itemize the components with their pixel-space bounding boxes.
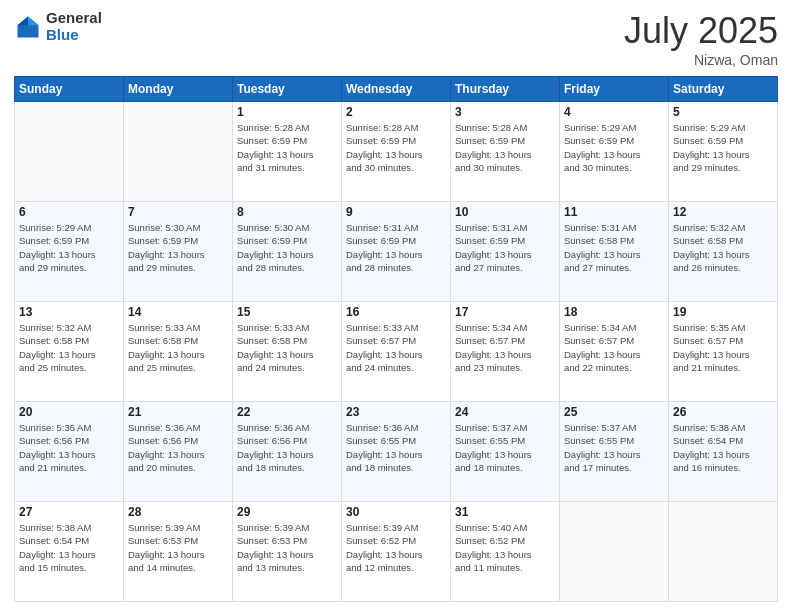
svg-marker-1 (28, 16, 39, 25)
calendar-cell: 13Sunrise: 5:32 AM Sunset: 6:58 PM Dayli… (15, 302, 124, 402)
day-number: 16 (346, 305, 446, 319)
calendar-cell: 10Sunrise: 5:31 AM Sunset: 6:59 PM Dayli… (451, 202, 560, 302)
day-number: 11 (564, 205, 664, 219)
calendar-cell: 6Sunrise: 5:29 AM Sunset: 6:59 PM Daylig… (15, 202, 124, 302)
day-info: Sunrise: 5:39 AM Sunset: 6:53 PM Dayligh… (237, 521, 337, 574)
calendar-cell: 27Sunrise: 5:38 AM Sunset: 6:54 PM Dayli… (15, 502, 124, 602)
calendar-cell: 12Sunrise: 5:32 AM Sunset: 6:58 PM Dayli… (669, 202, 778, 302)
calendar-cell: 29Sunrise: 5:39 AM Sunset: 6:53 PM Dayli… (233, 502, 342, 602)
day-info: Sunrise: 5:29 AM Sunset: 6:59 PM Dayligh… (19, 221, 119, 274)
calendar-cell: 14Sunrise: 5:33 AM Sunset: 6:58 PM Dayli… (124, 302, 233, 402)
calendar-cell (560, 502, 669, 602)
calendar-week-row: 20Sunrise: 5:35 AM Sunset: 6:56 PM Dayli… (15, 402, 778, 502)
calendar-cell: 17Sunrise: 5:34 AM Sunset: 6:57 PM Dayli… (451, 302, 560, 402)
logo-icon (14, 13, 42, 41)
weekday-header: Sunday (15, 77, 124, 102)
page: General Blue July 2025 Nizwa, Oman Sunda… (0, 0, 792, 612)
day-number: 12 (673, 205, 773, 219)
logo-blue: Blue (46, 27, 102, 44)
logo: General Blue (14, 10, 102, 43)
calendar-cell: 5Sunrise: 5:29 AM Sunset: 6:59 PM Daylig… (669, 102, 778, 202)
day-info: Sunrise: 5:32 AM Sunset: 6:58 PM Dayligh… (19, 321, 119, 374)
calendar-cell: 1Sunrise: 5:28 AM Sunset: 6:59 PM Daylig… (233, 102, 342, 202)
day-info: Sunrise: 5:40 AM Sunset: 6:52 PM Dayligh… (455, 521, 555, 574)
day-info: Sunrise: 5:34 AM Sunset: 6:57 PM Dayligh… (455, 321, 555, 374)
calendar-cell (669, 502, 778, 602)
calendar-cell: 4Sunrise: 5:29 AM Sunset: 6:59 PM Daylig… (560, 102, 669, 202)
day-number: 5 (673, 105, 773, 119)
day-info: Sunrise: 5:28 AM Sunset: 6:59 PM Dayligh… (346, 121, 446, 174)
calendar-cell (15, 102, 124, 202)
day-number: 1 (237, 105, 337, 119)
calendar-cell: 9Sunrise: 5:31 AM Sunset: 6:59 PM Daylig… (342, 202, 451, 302)
calendar-table: SundayMondayTuesdayWednesdayThursdayFrid… (14, 76, 778, 602)
day-number: 15 (237, 305, 337, 319)
weekday-header: Wednesday (342, 77, 451, 102)
day-number: 20 (19, 405, 119, 419)
day-info: Sunrise: 5:38 AM Sunset: 6:54 PM Dayligh… (673, 421, 773, 474)
day-number: 28 (128, 505, 228, 519)
month-title: July 2025 (624, 10, 778, 52)
calendar-cell: 30Sunrise: 5:39 AM Sunset: 6:52 PM Dayli… (342, 502, 451, 602)
day-number: 18 (564, 305, 664, 319)
calendar-cell: 11Sunrise: 5:31 AM Sunset: 6:58 PM Dayli… (560, 202, 669, 302)
day-number: 10 (455, 205, 555, 219)
calendar-cell: 2Sunrise: 5:28 AM Sunset: 6:59 PM Daylig… (342, 102, 451, 202)
day-info: Sunrise: 5:32 AM Sunset: 6:58 PM Dayligh… (673, 221, 773, 274)
day-info: Sunrise: 5:33 AM Sunset: 6:58 PM Dayligh… (128, 321, 228, 374)
calendar-week-row: 27Sunrise: 5:38 AM Sunset: 6:54 PM Dayli… (15, 502, 778, 602)
day-number: 9 (346, 205, 446, 219)
day-number: 6 (19, 205, 119, 219)
day-info: Sunrise: 5:28 AM Sunset: 6:59 PM Dayligh… (455, 121, 555, 174)
calendar-cell (124, 102, 233, 202)
title-block: July 2025 Nizwa, Oman (624, 10, 778, 68)
calendar-cell: 31Sunrise: 5:40 AM Sunset: 6:52 PM Dayli… (451, 502, 560, 602)
day-info: Sunrise: 5:31 AM Sunset: 6:58 PM Dayligh… (564, 221, 664, 274)
weekday-header: Friday (560, 77, 669, 102)
weekday-header: Thursday (451, 77, 560, 102)
day-info: Sunrise: 5:33 AM Sunset: 6:58 PM Dayligh… (237, 321, 337, 374)
weekday-header: Tuesday (233, 77, 342, 102)
day-info: Sunrise: 5:36 AM Sunset: 6:56 PM Dayligh… (237, 421, 337, 474)
calendar-week-row: 6Sunrise: 5:29 AM Sunset: 6:59 PM Daylig… (15, 202, 778, 302)
day-number: 31 (455, 505, 555, 519)
day-number: 17 (455, 305, 555, 319)
weekday-header: Saturday (669, 77, 778, 102)
calendar-week-row: 13Sunrise: 5:32 AM Sunset: 6:58 PM Dayli… (15, 302, 778, 402)
svg-marker-2 (18, 16, 29, 25)
day-info: Sunrise: 5:33 AM Sunset: 6:57 PM Dayligh… (346, 321, 446, 374)
day-number: 25 (564, 405, 664, 419)
day-number: 24 (455, 405, 555, 419)
calendar-cell: 3Sunrise: 5:28 AM Sunset: 6:59 PM Daylig… (451, 102, 560, 202)
day-info: Sunrise: 5:30 AM Sunset: 6:59 PM Dayligh… (128, 221, 228, 274)
day-number: 21 (128, 405, 228, 419)
calendar-cell: 26Sunrise: 5:38 AM Sunset: 6:54 PM Dayli… (669, 402, 778, 502)
day-info: Sunrise: 5:29 AM Sunset: 6:59 PM Dayligh… (564, 121, 664, 174)
day-number: 7 (128, 205, 228, 219)
calendar-cell: 15Sunrise: 5:33 AM Sunset: 6:58 PM Dayli… (233, 302, 342, 402)
day-number: 29 (237, 505, 337, 519)
calendar-cell: 20Sunrise: 5:35 AM Sunset: 6:56 PM Dayli… (15, 402, 124, 502)
calendar-cell: 23Sunrise: 5:36 AM Sunset: 6:55 PM Dayli… (342, 402, 451, 502)
calendar-cell: 25Sunrise: 5:37 AM Sunset: 6:55 PM Dayli… (560, 402, 669, 502)
location-subtitle: Nizwa, Oman (624, 52, 778, 68)
day-info: Sunrise: 5:31 AM Sunset: 6:59 PM Dayligh… (346, 221, 446, 274)
day-number: 4 (564, 105, 664, 119)
day-number: 3 (455, 105, 555, 119)
day-info: Sunrise: 5:36 AM Sunset: 6:56 PM Dayligh… (128, 421, 228, 474)
weekday-header: Monday (124, 77, 233, 102)
calendar-week-row: 1Sunrise: 5:28 AM Sunset: 6:59 PM Daylig… (15, 102, 778, 202)
day-info: Sunrise: 5:35 AM Sunset: 6:57 PM Dayligh… (673, 321, 773, 374)
calendar-cell: 19Sunrise: 5:35 AM Sunset: 6:57 PM Dayli… (669, 302, 778, 402)
day-info: Sunrise: 5:28 AM Sunset: 6:59 PM Dayligh… (237, 121, 337, 174)
calendar-cell: 8Sunrise: 5:30 AM Sunset: 6:59 PM Daylig… (233, 202, 342, 302)
logo-text: General Blue (46, 10, 102, 43)
day-info: Sunrise: 5:37 AM Sunset: 6:55 PM Dayligh… (455, 421, 555, 474)
day-info: Sunrise: 5:38 AM Sunset: 6:54 PM Dayligh… (19, 521, 119, 574)
day-number: 2 (346, 105, 446, 119)
day-number: 22 (237, 405, 337, 419)
day-info: Sunrise: 5:35 AM Sunset: 6:56 PM Dayligh… (19, 421, 119, 474)
day-number: 14 (128, 305, 228, 319)
calendar-cell: 24Sunrise: 5:37 AM Sunset: 6:55 PM Dayli… (451, 402, 560, 502)
calendar-cell: 28Sunrise: 5:39 AM Sunset: 6:53 PM Dayli… (124, 502, 233, 602)
